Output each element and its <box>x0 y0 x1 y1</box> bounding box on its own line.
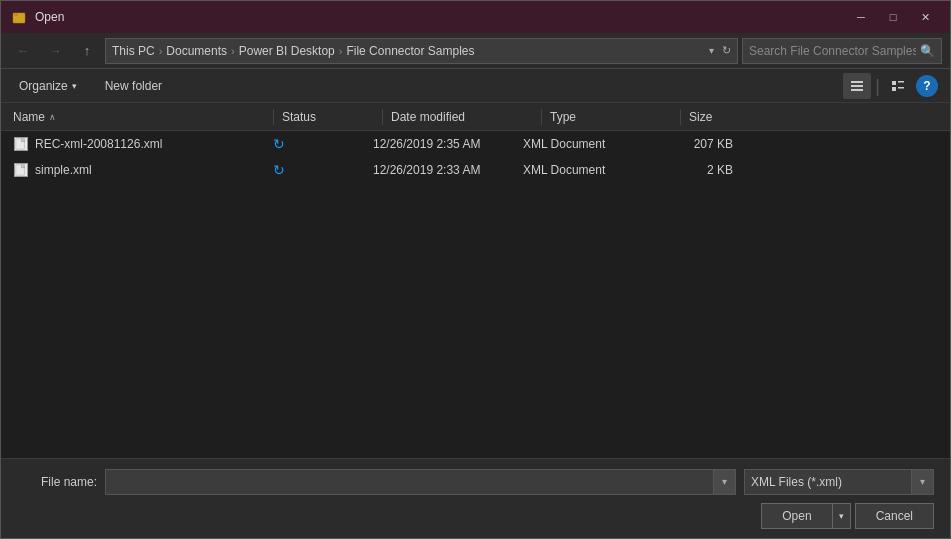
xml-file-icon <box>14 163 28 177</box>
organize-chevron: ▾ <box>72 81 77 91</box>
file-name: simple.xml <box>35 163 273 177</box>
filetype-label: XML Files (*.xml) <box>745 475 911 489</box>
open-dialog: Open ─ □ ✕ ← → ↑ This PC › Documents › P… <box>0 0 951 539</box>
open-button[interactable]: Open <box>761 503 832 529</box>
file-icon <box>13 162 29 178</box>
new-folder-button[interactable]: New folder <box>99 76 168 96</box>
sort-arrow: ∧ <box>49 112 56 122</box>
svg-rect-6 <box>898 81 904 83</box>
xml-file-icon <box>14 137 28 151</box>
col-sep-3 <box>541 109 542 125</box>
close-button[interactable]: ✕ <box>910 6 940 28</box>
list-view-button[interactable] <box>843 73 871 99</box>
col-sep-4 <box>680 109 681 125</box>
file-name: REC-xml-20081126.xml <box>35 137 273 151</box>
action-row: Open ▾ Cancel <box>17 503 934 529</box>
breadcrumb-powerbi[interactable]: Power BI Desktop <box>239 44 335 58</box>
open-button-group: Open ▾ <box>761 503 850 529</box>
file-area: Name ∧ Status Date modified Type Size <box>1 103 950 458</box>
list-view-icon <box>850 79 864 93</box>
dialog-title: Open <box>35 10 846 24</box>
col-sep-1 <box>273 109 274 125</box>
open-dropdown-button[interactable]: ▾ <box>833 503 851 529</box>
forward-button[interactable]: → <box>41 38 69 64</box>
file-list-header: Name ∧ Status Date modified Type Size <box>1 103 950 131</box>
file-type: XML Document <box>523 163 653 177</box>
column-status[interactable]: Status <box>282 110 382 124</box>
svg-rect-1 <box>13 13 18 16</box>
breadcrumb-current[interactable]: File Connector Samples <box>346 44 474 58</box>
address-bar: This PC › Documents › Power BI Desktop ›… <box>105 38 738 64</box>
details-view-icon <box>891 79 905 93</box>
cancel-button[interactable]: Cancel <box>855 503 934 529</box>
address-dropdown-icon[interactable]: ▾ <box>709 45 714 56</box>
maximize-button[interactable]: □ <box>878 6 908 28</box>
file-status: ↻ <box>273 162 373 178</box>
file-size: 2 KB <box>653 163 733 177</box>
filename-label: File name: <box>17 475 97 489</box>
bottom-bar: File name: ▾ XML Files (*.xml) ▾ Open ▾ … <box>1 458 950 538</box>
search-input[interactable] <box>749 44 916 58</box>
col-sep-2 <box>382 109 383 125</box>
filetype-select-wrap: XML Files (*.xml) ▾ <box>744 469 934 495</box>
refresh-button[interactable]: ↻ <box>722 44 731 57</box>
dialog-icon <box>11 9 27 25</box>
svg-rect-2 <box>851 81 863 83</box>
svg-rect-3 <box>851 85 863 87</box>
search-icon: 🔍 <box>920 44 935 58</box>
back-button[interactable]: ← <box>9 38 37 64</box>
column-name[interactable]: Name ∧ <box>13 110 273 124</box>
filename-input[interactable] <box>106 470 713 494</box>
details-view-button[interactable] <box>884 73 912 99</box>
breadcrumb-this-pc[interactable]: This PC <box>112 44 155 58</box>
window-controls: ─ □ ✕ <box>846 6 940 28</box>
column-date-modified[interactable]: Date modified <box>391 110 541 124</box>
file-size: 207 KB <box>653 137 733 151</box>
svg-rect-7 <box>892 87 896 91</box>
file-type: XML Document <box>523 137 653 151</box>
view-sep: | <box>875 77 880 95</box>
file-rows-container: REC-xml-20081126.xml ↻ 12/26/2019 2:35 A… <box>1 131 950 183</box>
svg-rect-5 <box>892 81 896 85</box>
organize-label: Organize <box>19 79 68 93</box>
minimize-button[interactable]: ─ <box>846 6 876 28</box>
file-icon <box>13 136 29 152</box>
view-controls: | ? <box>843 73 938 99</box>
column-size[interactable]: Size <box>689 110 769 124</box>
table-row[interactable]: simple.xml ↻ 12/26/2019 2:33 AM XML Docu… <box>1 157 950 183</box>
file-status: ↻ <box>273 136 373 152</box>
filetype-dropdown-button[interactable]: ▾ <box>911 470 933 494</box>
svg-rect-4 <box>851 89 863 91</box>
organize-button[interactable]: Organize ▾ <box>13 76 83 96</box>
search-box: 🔍 <box>742 38 942 64</box>
column-type[interactable]: Type <box>550 110 680 124</box>
svg-rect-8 <box>898 87 904 89</box>
breadcrumb-documents[interactable]: Documents <box>166 44 227 58</box>
filename-row: File name: ▾ XML Files (*.xml) ▾ <box>17 469 934 495</box>
filename-dropdown-button[interactable]: ▾ <box>713 470 735 494</box>
nav-bar: ← → ↑ This PC › Documents › Power BI Des… <box>1 33 950 69</box>
help-button[interactable]: ? <box>916 75 938 97</box>
new-folder-label: New folder <box>105 79 162 93</box>
toolbar: Organize ▾ New folder | <box>1 69 950 103</box>
title-bar: Open ─ □ ✕ <box>1 1 950 33</box>
filename-input-wrap: ▾ <box>105 469 736 495</box>
up-button[interactable]: ↑ <box>73 38 101 64</box>
table-row[interactable]: REC-xml-20081126.xml ↻ 12/26/2019 2:35 A… <box>1 131 950 157</box>
file-date-modified: 12/26/2019 2:33 AM <box>373 163 523 177</box>
file-date-modified: 12/26/2019 2:35 AM <box>373 137 523 151</box>
